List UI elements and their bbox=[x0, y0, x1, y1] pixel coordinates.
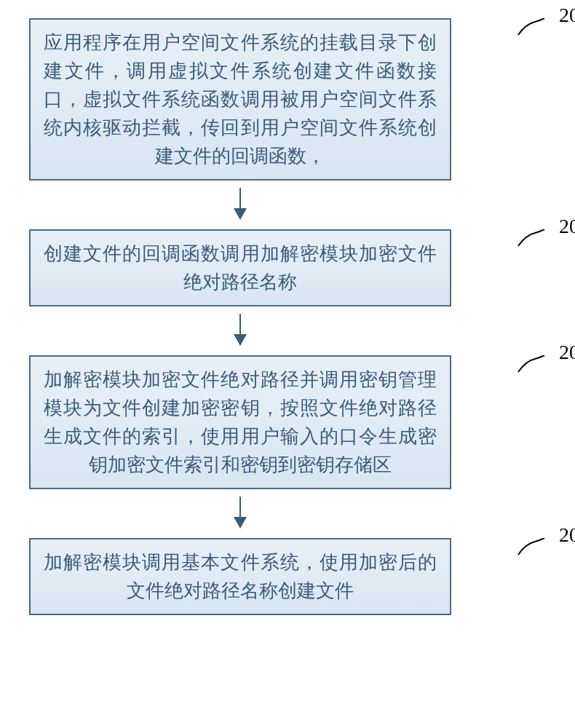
step-label: 201 bbox=[559, 4, 575, 27]
arrow-container bbox=[29, 181, 451, 226]
step-label: 203 bbox=[559, 341, 575, 364]
callout-curve bbox=[517, 18, 546, 36]
callout-curve bbox=[517, 355, 546, 373]
step-text: 加解密模块加密文件绝对路径并调用密钥管理模块为文件创建加密密钥，按照文件绝对路径… bbox=[44, 365, 437, 479]
flowchart-box: 加解密模块调用基本文件系统，使用加密后的文件绝对路径名称创建文件 bbox=[29, 538, 451, 615]
arrow-down-icon bbox=[239, 188, 241, 218]
arrow-container bbox=[29, 306, 451, 352]
flowchart-box: 加解密模块加密文件绝对路径并调用密钥管理模块为文件创建加密密钥，按照文件绝对路径… bbox=[29, 355, 451, 489]
flowchart-diagram: 201 应用程序在用户空间文件系统的挂载目录下创建文件，调用虚拟文件系统创建文件… bbox=[29, 18, 553, 615]
callout-curve bbox=[517, 229, 546, 248]
flowchart-step: 202 创建文件的回调函数调用加解密模块加密文件绝对路径名称 bbox=[29, 229, 553, 306]
flowchart-box: 创建文件的回调函数调用加解密模块加密文件绝对路径名称 bbox=[29, 229, 451, 306]
arrow-down-icon bbox=[239, 314, 241, 344]
arrow-down-icon bbox=[239, 496, 241, 527]
step-label: 202 bbox=[559, 215, 575, 238]
step-text: 应用程序在用户空间文件系统的挂载目录下创建文件，调用虚拟文件系统创建文件函数接口… bbox=[44, 28, 437, 170]
flowchart-step: 204 加解密模块调用基本文件系统，使用加密后的文件绝对路径名称创建文件 bbox=[29, 538, 553, 615]
callout-curve bbox=[517, 538, 546, 556]
flowchart-step: 201 应用程序在用户空间文件系统的挂载目录下创建文件，调用虚拟文件系统创建文件… bbox=[29, 18, 553, 181]
flowchart-step: 203 加解密模块加密文件绝对路径并调用密钥管理模块为文件创建加密密钥，按照文件… bbox=[29, 355, 553, 489]
step-text: 加解密模块调用基本文件系统，使用加密后的文件绝对路径名称创建文件 bbox=[44, 548, 437, 605]
step-text: 创建文件的回调函数调用加解密模块加密文件绝对路径名称 bbox=[44, 240, 437, 296]
arrow-container bbox=[29, 489, 451, 534]
flowchart-box: 应用程序在用户空间文件系统的挂载目录下创建文件，调用虚拟文件系统创建文件函数接口… bbox=[29, 18, 451, 181]
step-label: 204 bbox=[559, 523, 575, 547]
